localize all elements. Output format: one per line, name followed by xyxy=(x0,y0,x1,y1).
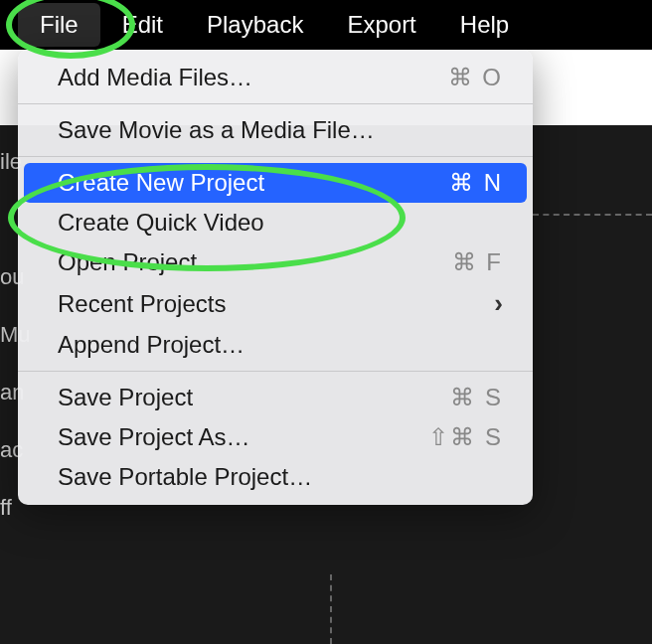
menu-help[interactable]: Help xyxy=(438,3,531,47)
file-dropdown: Add Media Files… ⌘ O Save Movie as a Med… xyxy=(18,50,533,505)
menu-export[interactable]: Export xyxy=(325,3,437,47)
chevron-right-icon: › xyxy=(494,288,503,319)
menuitem-add-media-files[interactable]: Add Media Files… ⌘ O xyxy=(24,58,527,97)
menuitem-label: Save Portable Project… xyxy=(58,463,312,491)
menuitem-shortcut: ⌘ F xyxy=(452,248,503,276)
menuitem-shortcut: ⌘ O xyxy=(448,64,503,91)
menuitem-label: Create Quick Video xyxy=(58,209,264,237)
menubar: File Edit Playback Export Help xyxy=(0,0,652,50)
menuitem-label: Save Movie as a Media File… xyxy=(58,116,375,144)
menuitem-save-project-as[interactable]: Save Project As… ⇧⌘ S xyxy=(24,417,527,457)
menuitem-open-project[interactable]: Open Project… ⌘ F xyxy=(24,242,527,282)
menuitem-save-project[interactable]: Save Project ⌘ S xyxy=(24,378,527,417)
bg-dashed-vertical xyxy=(330,574,332,644)
menuitem-label: Create New Project xyxy=(58,169,264,197)
menuitem-save-portable-project[interactable]: Save Portable Project… xyxy=(24,457,527,497)
menuitem-shortcut: ⌘ S xyxy=(450,384,503,411)
menuitem-shortcut: ⇧⌘ S xyxy=(428,423,503,451)
menuitem-shortcut: ⌘ N xyxy=(449,169,503,197)
bg-label: ff xyxy=(0,495,12,521)
menu-file[interactable]: File xyxy=(18,3,100,47)
menu-separator xyxy=(18,156,533,157)
menu-separator xyxy=(18,371,533,372)
menuitem-append-project[interactable]: Append Project… xyxy=(24,325,527,365)
menuitem-label: Save Project As… xyxy=(58,423,249,451)
menuitem-label: Open Project… xyxy=(58,248,221,276)
menuitem-recent-projects[interactable]: Recent Projects › xyxy=(24,282,527,325)
bg-dashed-horizontal xyxy=(533,214,652,216)
menuitem-label: Save Project xyxy=(58,384,193,411)
menuitem-label: Append Project… xyxy=(58,331,244,359)
menu-separator xyxy=(18,103,533,104)
menuitem-create-quick-video[interactable]: Create Quick Video xyxy=(24,203,527,242)
menuitem-create-new-project[interactable]: Create New Project ⌘ N xyxy=(24,163,527,203)
menuitem-save-movie-as-media-file[interactable]: Save Movie as a Media File… xyxy=(24,110,527,150)
menu-playback[interactable]: Playback xyxy=(185,3,325,47)
menuitem-label: Add Media Files… xyxy=(58,64,252,91)
menu-edit[interactable]: Edit xyxy=(100,3,185,47)
menuitem-label: Recent Projects xyxy=(58,290,226,318)
